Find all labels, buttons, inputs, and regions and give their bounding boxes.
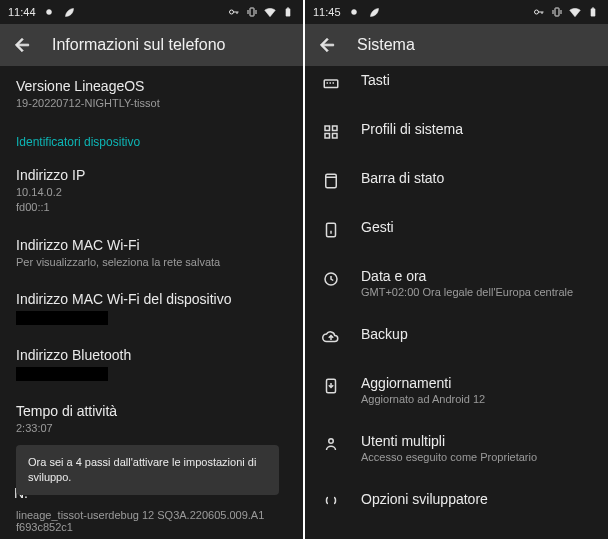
system-item-users[interactable]: Utenti multipli Accesso eseguito come Pr… bbox=[305, 419, 608, 477]
gestures-icon bbox=[321, 220, 341, 240]
system-item-gesti[interactable]: Gesti bbox=[305, 205, 608, 254]
phone-left: 11:44 Informazioni bbox=[0, 0, 303, 539]
svg-point-0 bbox=[46, 10, 51, 15]
svg-point-6 bbox=[535, 10, 539, 14]
users-icon bbox=[321, 434, 341, 454]
item-title: Aggiornamenti bbox=[361, 375, 592, 391]
wifi-icon bbox=[263, 5, 277, 19]
update-icon bbox=[321, 376, 341, 396]
system-item-tasti[interactable]: Tasti bbox=[305, 66, 608, 107]
item-sub: GMT+02:00 Ora legale dell'Europa central… bbox=[361, 286, 592, 298]
vibrate-icon bbox=[550, 5, 564, 19]
item-title: Opzioni sviluppatore bbox=[361, 491, 592, 507]
status-time: 11:44 bbox=[8, 6, 36, 18]
status-bar: 11:44 bbox=[0, 0, 303, 24]
item-sub: Aggiornato ad Android 12 bbox=[361, 393, 592, 405]
item-title: Gesti bbox=[361, 219, 592, 235]
system-item-datetime[interactable]: Data e ora GMT+02:00 Ora legale dell'Eur… bbox=[305, 254, 608, 312]
item-title: Utenti multipli bbox=[361, 433, 592, 449]
back-button[interactable] bbox=[317, 35, 337, 55]
item-title: Indirizzo MAC Wi-Fi del dispositivo bbox=[16, 291, 287, 307]
system-item-developer[interactable]: Opzioni sviluppatore bbox=[305, 477, 608, 526]
item-sub: 10.14.0.2 bbox=[16, 185, 287, 200]
svg-rect-13 bbox=[325, 134, 330, 139]
page-title: Informazioni sul telefono bbox=[52, 36, 225, 54]
svg-point-1 bbox=[230, 10, 234, 14]
key-icon bbox=[227, 5, 241, 19]
svg-rect-3 bbox=[286, 9, 290, 17]
redacted-value bbox=[16, 367, 108, 381]
status-time: 11:45 bbox=[313, 6, 341, 18]
svg-rect-8 bbox=[591, 9, 595, 17]
item-title: Versione LineageOS bbox=[16, 78, 287, 94]
page-title: Sistema bbox=[357, 36, 415, 54]
vibrate-icon bbox=[245, 5, 259, 19]
system-list: Tasti Profili di sistema Barra di stato … bbox=[305, 66, 608, 539]
system-item-statusbar[interactable]: Barra di stato bbox=[305, 156, 608, 205]
backup-icon bbox=[321, 327, 341, 347]
wifi-mac-item[interactable]: Indirizzo MAC Wi-Fi Per visualizzarlo, s… bbox=[16, 225, 287, 280]
clock-icon bbox=[321, 269, 341, 289]
item-sub: fd00::1 bbox=[16, 200, 287, 215]
item-title: Indirizzo IP bbox=[16, 167, 287, 183]
item-title: Data e ora bbox=[361, 268, 592, 284]
dev-icon bbox=[321, 492, 341, 512]
system-item-backup[interactable]: Backup bbox=[305, 312, 608, 361]
app-bar: Informazioni sul telefono bbox=[0, 24, 303, 66]
svg-rect-9 bbox=[592, 8, 594, 9]
svg-point-5 bbox=[351, 10, 356, 15]
item-sub: 2:33:07 bbox=[16, 421, 287, 436]
leaf-icon bbox=[367, 5, 381, 19]
system-item-profili[interactable]: Profili di sistema bbox=[305, 107, 608, 156]
item-sub: Per visualizzarlo, seleziona la rete sal… bbox=[16, 255, 287, 270]
redacted-value bbox=[16, 311, 108, 325]
item-title: Profili di sistema bbox=[361, 121, 592, 137]
status-bar: 11:45 bbox=[305, 0, 608, 24]
svg-rect-4 bbox=[287, 8, 289, 9]
back-button[interactable] bbox=[12, 35, 32, 55]
svg-point-19 bbox=[329, 439, 334, 444]
notification-icon bbox=[42, 5, 56, 19]
arrow-back-icon bbox=[317, 35, 337, 55]
svg-rect-2 bbox=[250, 8, 254, 16]
svg-rect-16 bbox=[327, 223, 336, 237]
bluetooth-address-item[interactable]: Indirizzo Bluetooth bbox=[16, 335, 287, 391]
leaf-icon bbox=[62, 5, 76, 19]
svg-rect-14 bbox=[333, 134, 338, 139]
phone-right: 11:45 Sistema bbox=[305, 0, 608, 539]
system-item-updates[interactable]: Aggiornamenti Aggiornato ad Android 12 bbox=[305, 361, 608, 419]
battery-icon bbox=[281, 5, 295, 19]
item-sub: Accesso eseguito come Proprietario bbox=[361, 451, 592, 463]
svg-rect-7 bbox=[555, 8, 559, 16]
ip-address-item[interactable]: Indirizzo IP 10.14.0.2 fd00::1 bbox=[16, 155, 287, 225]
battery-icon bbox=[586, 5, 600, 19]
developer-steps-toast: Ora sei a 4 passi dall'attivare le impos… bbox=[16, 445, 279, 495]
item-title: Barra di stato bbox=[361, 170, 592, 186]
section-identifiers: Identificatori dispositivo bbox=[16, 121, 287, 155]
item-sub: 19-20220712-NIGHTLY-tissot bbox=[16, 96, 287, 111]
svg-rect-15 bbox=[326, 174, 337, 188]
arrow-back-icon bbox=[12, 35, 32, 55]
device-wifi-mac-item[interactable]: Indirizzo MAC Wi-Fi del dispositivo bbox=[16, 279, 287, 335]
key-icon bbox=[532, 5, 546, 19]
app-bar: Sistema bbox=[305, 24, 608, 66]
item-title: Tasti bbox=[361, 72, 592, 88]
svg-rect-12 bbox=[333, 126, 338, 131]
item-title: Indirizzo Bluetooth bbox=[16, 347, 287, 363]
item-title: Backup bbox=[361, 326, 592, 342]
item-title: Indirizzo MAC Wi-Fi bbox=[16, 237, 287, 253]
statusbar-icon bbox=[321, 171, 341, 191]
lineage-version-item[interactable]: Versione LineageOS 19-20220712-NIGHTLY-t… bbox=[16, 66, 287, 121]
keys-icon bbox=[321, 73, 341, 93]
svg-rect-11 bbox=[325, 126, 330, 131]
profiles-icon bbox=[321, 122, 341, 142]
wifi-icon bbox=[568, 5, 582, 19]
system-item-reset[interactable]: Opzioni di ripristino bbox=[305, 526, 608, 539]
item-title: Tempo di attività bbox=[16, 403, 287, 419]
uptime-item[interactable]: Tempo di attività 2:33:07 bbox=[16, 391, 287, 446]
build-number-value: lineage_tissot-userdebug 12 SQ3A.220605.… bbox=[16, 509, 287, 533]
notification-icon bbox=[347, 5, 361, 19]
